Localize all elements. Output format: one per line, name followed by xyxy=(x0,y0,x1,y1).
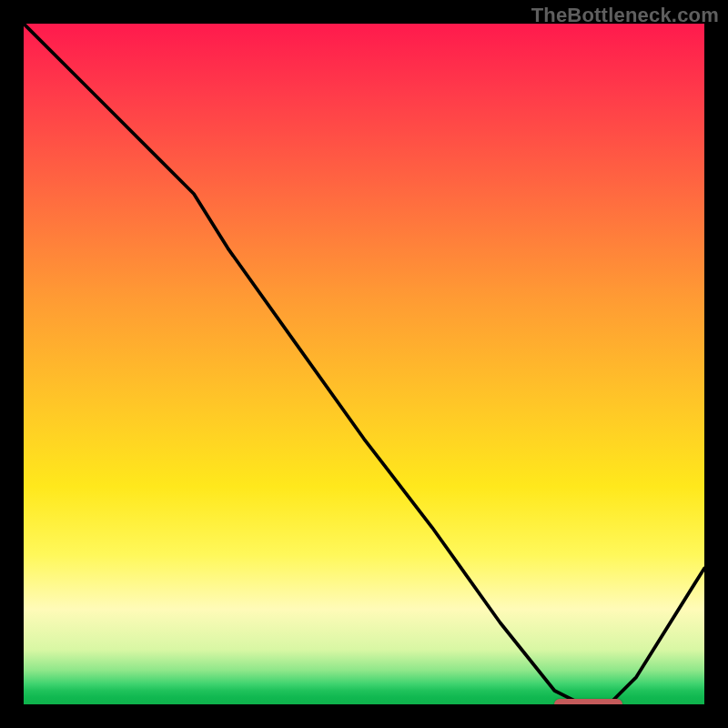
bottleneck-curve xyxy=(24,24,704,704)
optimal-range-marker xyxy=(554,699,622,704)
curve-svg xyxy=(24,24,704,704)
plot-area xyxy=(24,24,704,704)
chart-container: TheBottleneck.com xyxy=(0,0,728,728)
